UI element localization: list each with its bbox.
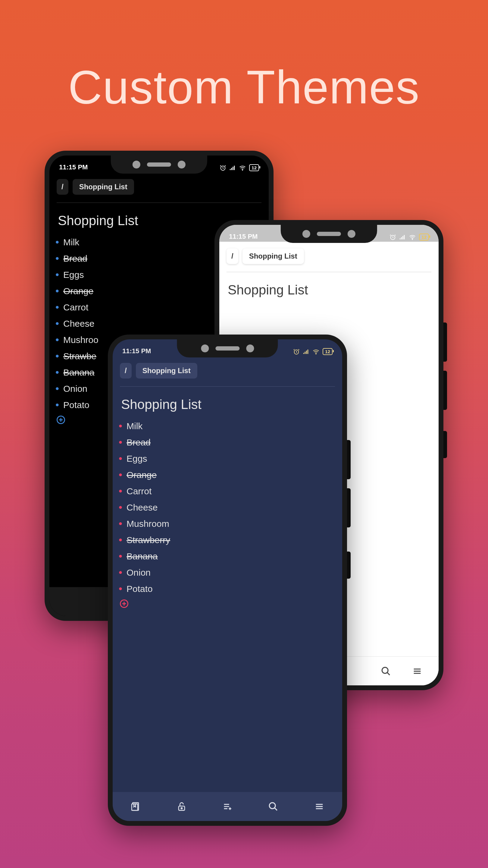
breadcrumb: / Shopping List <box>113 356 342 378</box>
list-item-label: Cheese <box>127 502 158 513</box>
page-title: Shopping List <box>113 387 342 415</box>
breadcrumb: / Shopping List <box>219 242 438 264</box>
svg-rect-12 <box>132 804 138 810</box>
list-item-label: Strawberry <box>127 535 170 545</box>
hero-title: Custom Themes <box>0 60 488 114</box>
breadcrumb-root[interactable]: / <box>120 363 132 378</box>
list-item[interactable]: Carrot <box>127 483 334 499</box>
svg-point-9 <box>316 353 316 354</box>
list-item-label: Carrot <box>63 302 88 312</box>
wifi-icon <box>239 164 246 171</box>
list-item-label: Onion <box>63 384 87 394</box>
shopping-list: MilkBreadEggsOrangeCarrotCheeseMushroomS… <box>113 415 342 597</box>
svg-point-15 <box>270 803 275 809</box>
wifi-icon <box>313 348 320 355</box>
breadcrumb-root[interactable]: / <box>57 179 68 195</box>
status-clock: 11:15 PM <box>59 163 88 171</box>
svg-point-6 <box>412 239 413 240</box>
list-item-label: Eggs <box>63 270 84 280</box>
search-icon[interactable] <box>268 801 278 812</box>
svg-point-1 <box>242 170 243 170</box>
status-indicators: 12 <box>293 348 332 355</box>
list-item-label: Banana <box>63 367 94 377</box>
add-item-button[interactable] <box>56 414 66 425</box>
list-item-label: Potato <box>63 400 90 410</box>
add-item-button[interactable] <box>119 598 130 609</box>
list-item-label: Potato <box>127 584 153 594</box>
battery-icon: 12 <box>249 164 259 171</box>
menu-icon[interactable] <box>412 666 422 676</box>
list-item-label: Mushroom <box>127 519 169 529</box>
signal-icon <box>229 164 236 171</box>
list-item[interactable]: Orange <box>127 467 334 483</box>
search-icon[interactable] <box>381 666 391 676</box>
breadcrumb-page[interactable]: Shopping List <box>242 248 304 264</box>
list-item-label: Cheese <box>63 318 94 329</box>
phone-mock-navy: 11:15 PM 12 / Shopping List Shopping Lis… <box>108 335 347 826</box>
page-title: Shopping List <box>219 272 438 301</box>
svg-point-7 <box>382 667 388 673</box>
phone-notch <box>111 156 207 174</box>
lock-icon[interactable] <box>176 801 187 812</box>
breadcrumb-page[interactable]: Shopping List <box>73 179 134 195</box>
alarm-icon <box>390 234 396 241</box>
list-item-label: Bread <box>63 253 87 264</box>
list-item-label: Eggs <box>127 454 147 464</box>
phone-notch <box>177 339 278 358</box>
breadcrumb: / Shopping List <box>50 173 269 195</box>
breadcrumb-root[interactable]: / <box>227 248 238 264</box>
alarm-icon <box>293 348 300 355</box>
battery-icon: 12 <box>419 234 429 241</box>
breadcrumb-page[interactable]: Shopping List <box>136 363 197 378</box>
signal-icon <box>303 348 310 355</box>
menu-icon[interactable] <box>314 801 324 812</box>
list-item[interactable]: Cheese <box>127 499 334 516</box>
phone-notch <box>281 225 377 243</box>
list-item[interactable]: Mushroom <box>127 516 334 532</box>
list-item-label: Orange <box>127 470 157 480</box>
list-item[interactable]: Potato <box>127 581 334 597</box>
status-indicators: 12 <box>390 234 429 241</box>
book-icon[interactable] <box>130 801 141 812</box>
list-item-label: Milk <box>63 237 79 247</box>
list-item-label: Banana <box>127 551 158 561</box>
status-clock: 11:15 PM <box>122 347 151 355</box>
list-item[interactable]: Bread <box>127 434 334 451</box>
list-item-label: Strawbe <box>63 351 96 361</box>
list-item-label: Onion <box>127 567 151 578</box>
svg-point-14 <box>181 808 182 809</box>
bottom-nav <box>113 792 342 821</box>
list-item[interactable]: Strawberry <box>127 532 334 548</box>
list-item[interactable]: Eggs <box>127 451 334 467</box>
signal-icon <box>399 234 406 241</box>
list-item-label: Carrot <box>127 486 152 496</box>
alarm-icon <box>220 164 226 171</box>
list-item-label: Bread <box>127 437 151 447</box>
status-indicators: 12 <box>220 164 259 171</box>
list-item[interactable]: Milk <box>127 418 334 434</box>
status-clock: 11:15 PM <box>229 233 258 241</box>
wifi-icon <box>409 234 416 241</box>
list-item-label: Mushroo <box>63 335 98 345</box>
list-item-label: Orange <box>63 286 93 296</box>
list-item[interactable]: Onion <box>127 564 334 581</box>
battery-icon: 12 <box>323 348 332 355</box>
add-list-icon[interactable] <box>222 801 233 812</box>
list-item-label: Milk <box>127 421 142 431</box>
list-item[interactable]: Banana <box>127 548 334 564</box>
